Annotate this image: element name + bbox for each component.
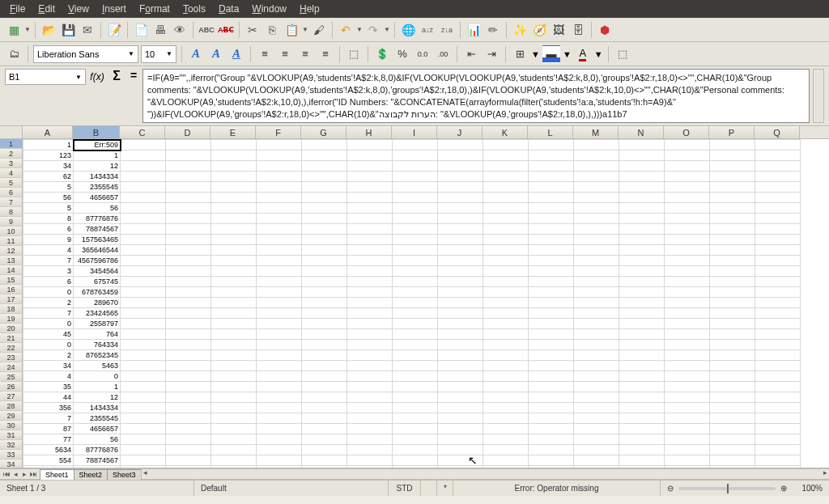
cell[interactable]: [755, 182, 801, 193]
cell[interactable]: 157563465: [74, 466, 121, 469]
horizontal-scrollbar[interactable]: [141, 469, 829, 479]
cell[interactable]: [619, 392, 665, 403]
cell[interactable]: [166, 455, 211, 466]
cell[interactable]: [755, 413, 801, 424]
cell[interactable]: [302, 193, 347, 203]
cell[interactable]: [211, 266, 257, 277]
cell[interactable]: [483, 182, 529, 193]
menu-insert[interactable]: Insert: [96, 1, 133, 17]
cell[interactable]: [529, 424, 574, 434]
cell[interactable]: [574, 193, 619, 203]
cell[interactable]: [755, 340, 801, 350]
cell[interactable]: [166, 392, 211, 403]
cell[interactable]: [393, 277, 438, 287]
cell[interactable]: [483, 466, 529, 469]
cell[interactable]: [166, 340, 211, 350]
column-header[interactable]: H: [346, 126, 392, 138]
menu-data[interactable]: Data: [212, 1, 245, 17]
cell[interactable]: [483, 445, 529, 455]
italic-icon[interactable]: A: [207, 45, 225, 63]
cell[interactable]: [619, 224, 665, 235]
cell[interactable]: [619, 193, 665, 203]
cell[interactable]: [755, 245, 801, 256]
cell[interactable]: [302, 224, 347, 235]
cell[interactable]: 0: [74, 371, 121, 382]
cell[interactable]: [347, 172, 393, 182]
cell[interactable]: [529, 445, 574, 455]
cell[interactable]: [665, 182, 710, 193]
cell[interactable]: [211, 161, 257, 172]
cell[interactable]: [710, 235, 755, 245]
status-pagestyle[interactable]: Default: [194, 481, 389, 496]
cell[interactable]: [665, 298, 710, 308]
cell[interactable]: [619, 424, 665, 434]
spellcheck-icon[interactable]: ABC: [198, 21, 215, 39]
cell[interactable]: [574, 455, 619, 466]
cell[interactable]: [347, 424, 393, 434]
cell[interactable]: 78874567: [74, 455, 121, 466]
cell[interactable]: [211, 308, 257, 319]
cell[interactable]: [347, 350, 393, 361]
cell[interactable]: [302, 172, 347, 182]
cell[interactable]: [665, 371, 710, 382]
formula-input[interactable]: =IF(A9="",,iferror("Group "&VLOOKUP(A9,'…: [142, 69, 810, 123]
cell[interactable]: [438, 455, 483, 466]
row-header[interactable]: 1: [0, 139, 23, 149]
edit-file-icon[interactable]: 📝: [105, 21, 123, 39]
cell[interactable]: [755, 371, 801, 382]
cell[interactable]: [257, 466, 302, 469]
menu-help[interactable]: Help: [293, 1, 326, 17]
cell[interactable]: [529, 455, 574, 466]
cell[interactable]: 5: [23, 203, 74, 214]
column-header[interactable]: K: [483, 126, 528, 138]
cell[interactable]: [619, 308, 665, 319]
cell[interactable]: [166, 308, 211, 319]
cell[interactable]: 7: [23, 308, 74, 319]
cell[interactable]: [574, 308, 619, 319]
cell[interactable]: 56: [74, 203, 121, 214]
row-header[interactable]: 11: [0, 236, 23, 246]
cell[interactable]: [438, 214, 483, 224]
cell[interactable]: [755, 277, 801, 287]
cell[interactable]: [166, 319, 211, 329]
cell[interactable]: [619, 350, 665, 361]
cell[interactable]: [393, 245, 438, 256]
cell[interactable]: [438, 361, 483, 371]
cell[interactable]: 4656657: [74, 424, 121, 434]
cell[interactable]: [211, 371, 257, 382]
cell[interactable]: 2558797: [74, 319, 121, 329]
cell[interactable]: [211, 413, 257, 424]
cell[interactable]: [529, 319, 574, 329]
cell[interactable]: [574, 161, 619, 172]
cell[interactable]: [257, 256, 302, 266]
cell[interactable]: [710, 298, 755, 308]
row-header[interactable]: 30: [0, 421, 23, 430]
row-header[interactable]: 22: [0, 343, 23, 353]
cell[interactable]: [665, 277, 710, 287]
cell[interactable]: [710, 445, 755, 455]
cell[interactable]: [574, 224, 619, 235]
cell[interactable]: [347, 382, 393, 392]
cell[interactable]: [619, 140, 665, 150]
cell[interactable]: [483, 150, 529, 161]
cell[interactable]: [257, 340, 302, 350]
formula-scrollbar[interactable]: [813, 69, 824, 123]
cell[interactable]: 78874567: [74, 224, 121, 235]
column-header[interactable]: C: [120, 126, 165, 138]
cell[interactable]: [483, 140, 529, 150]
bgcolor-icon[interactable]: ▬: [542, 45, 560, 63]
cell[interactable]: [438, 203, 483, 214]
cell[interactable]: [166, 150, 211, 161]
borders-icon[interactable]: ⊞: [511, 45, 529, 63]
underline-icon[interactable]: A: [227, 45, 245, 63]
cell[interactable]: [619, 361, 665, 371]
cell[interactable]: 7: [23, 413, 74, 424]
cell[interactable]: [393, 382, 438, 392]
column-header[interactable]: N: [619, 126, 664, 138]
cell[interactable]: [166, 256, 211, 266]
row-header[interactable]: 28: [0, 401, 23, 411]
cell[interactable]: [574, 203, 619, 214]
cell[interactable]: 1: [74, 382, 121, 392]
cell[interactable]: [483, 361, 529, 371]
cell[interactable]: [755, 329, 801, 340]
